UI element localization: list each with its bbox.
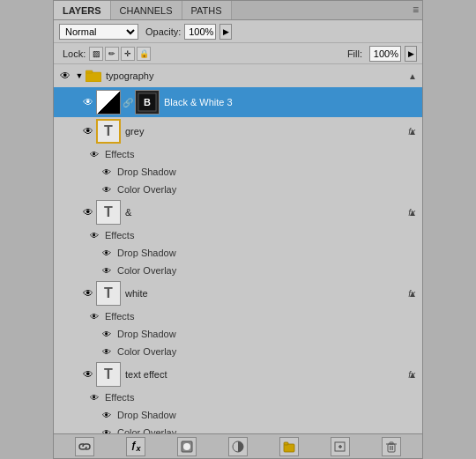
add-fx-button[interactable]: ƒx [126, 437, 145, 456]
svg-text:B: B [144, 97, 151, 107]
lock-all-btn[interactable]: 🔒 [137, 47, 151, 61]
group-layers-button[interactable] [279, 437, 299, 456]
delete-layer-button[interactable] [382, 437, 401, 456]
effect-eye-ds-amp[interactable]: 👁 [100, 246, 114, 260]
effect-coloroverlay-white[interactable]: 👁 Color Overlay [54, 343, 422, 360]
svg-rect-0 [86, 72, 101, 82]
mask-icon [181, 440, 193, 453]
effects-eye-white[interactable]: 👁 [87, 309, 101, 323]
eye-icon-texteffect[interactable]: 👁 [80, 366, 96, 382]
lock-icons-group: ▨ ✏ ✛ 🔒 [89, 47, 151, 61]
effects-header-amp: 👁 Effects [54, 226, 422, 244]
effect-eye-ds-texteffect[interactable]: 👁 [100, 408, 114, 422]
folder-icon-typography [86, 70, 101, 82]
effect-coloroverlay-amp[interactable]: 👁 Color Overlay [54, 262, 422, 279]
thumb-white: T [96, 281, 121, 306]
layer-name-typography: typography [106, 70, 419, 81]
effect-name-ds-white: Drop Shadow [117, 329, 176, 339]
effect-eye-co-amp[interactable]: 👁 [100, 263, 114, 278]
layer-name-grey: grey [125, 126, 408, 137]
scroll-indicator-amp: ▲ [408, 208, 417, 218]
layer-name-white: white [125, 288, 408, 299]
effect-name-co-grey: Color Overlay [117, 184, 176, 195]
effects-header-white: 👁 Effects [54, 307, 422, 325]
layer-row-amp[interactable]: 👁 T & fx ▲ [54, 198, 422, 226]
effects-eye-amp[interactable]: 👁 [87, 228, 101, 242]
fx-icon: ƒx [130, 440, 140, 453]
svg-rect-8 [284, 442, 288, 445]
blend-mode-toolbar: Normal Opacity: ▶ [54, 20, 422, 43]
effects-label-texteffect: Effects [105, 392, 134, 403]
bottom-toolbar: ƒx [54, 433, 422, 458]
effect-dropshadow-texteffect[interactable]: 👁 Drop Shadow [54, 406, 422, 424]
effects-label-grey: Effects [105, 149, 134, 159]
effect-dropshadow-amp[interactable]: 👁 Drop Shadow [54, 244, 422, 262]
eye-icon-grey[interactable]: 👁 [80, 123, 96, 139]
link-layers-button[interactable] [75, 437, 94, 456]
lock-toolbar: Lock: ▨ ✏ ✛ 🔒 Fill: ▶ [54, 43, 422, 64]
layer-thumbs-bw3: 🔗 B [96, 90, 160, 115]
tab-paths[interactable]: PATHS [182, 1, 232, 19]
effects-header-texteffect: 👁 Effects [54, 389, 422, 406]
thumb-texteffect: T [96, 362, 121, 387]
new-layer-button[interactable] [331, 437, 350, 456]
new-layer-icon [334, 440, 346, 453]
layer-row-white[interactable]: 👁 T white fx ▲ [54, 279, 422, 307]
layer-row-grey[interactable]: 👁 T grey fx ▲ [54, 117, 422, 145]
thumb-adj-bw3 [96, 90, 121, 115]
effects-label-white: Effects [105, 311, 134, 322]
fill-label: Fill: [347, 48, 362, 59]
add-mask-button[interactable] [177, 437, 197, 456]
effect-dropshadow-grey[interactable]: 👁 Drop Shadow [54, 163, 422, 181]
layer-row-bw3[interactable]: 👁 🔗 B Black & White 3 [54, 87, 422, 117]
opacity-label: Opacity: [145, 26, 181, 37]
lock-label: Lock: [63, 48, 86, 59]
svg-rect-14 [390, 442, 393, 444]
eye-icon-white[interactable]: 👁 [80, 285, 96, 301]
effect-eye-co-grey[interactable]: 👁 [100, 182, 114, 196]
add-adjustment-button[interactable] [228, 437, 248, 456]
effects-eye-texteffect[interactable]: 👁 [87, 390, 101, 404]
eye-icon-typography[interactable]: 👁 [57, 68, 73, 84]
expand-arrow-typography[interactable]: ▼ [73, 70, 86, 82]
lock-transparent-btn[interactable]: ▨ [89, 47, 103, 61]
effect-name-ds-amp: Drop Shadow [117, 248, 176, 258]
effects-eye-grey[interactable]: 👁 [87, 147, 101, 161]
effects-header-grey: 👁 Effects [54, 145, 422, 163]
layer-row-typography[interactable]: 👁 ▼ typography ▲ [54, 64, 422, 87]
fill-arrow-btn[interactable]: ▶ [405, 46, 417, 62]
scroll-indicator-typography: ▲ [408, 71, 417, 81]
opacity-arrow-btn[interactable]: ▶ [219, 24, 232, 40]
opacity-input[interactable] [184, 24, 216, 40]
effect-eye-co-white[interactable]: 👁 [100, 344, 114, 359]
effect-coloroverlay-grey[interactable]: 👁 Color Overlay [54, 181, 422, 198]
blend-mode-select[interactable]: Normal [59, 24, 138, 40]
effect-name-ds-texteffect: Drop Shadow [117, 410, 176, 420]
layers-panel: LAYERS CHANNELS PATHS ≡ Normal Opacity: … [53, 0, 423, 459]
effect-name-co-white: Color Overlay [117, 346, 176, 357]
effects-label-amp: Effects [105, 230, 134, 241]
eye-icon-bw3[interactable]: 👁 [80, 94, 96, 110]
scroll-indicator-texteffect: ▲ [408, 370, 417, 380]
effect-name-ds-grey: Drop Shadow [117, 167, 176, 177]
svg-rect-1 [86, 70, 93, 73]
layer-name-amp: & [125, 207, 408, 218]
eye-icon-amp[interactable]: 👁 [80, 204, 96, 220]
chain-icon-bw3: 🔗 [123, 90, 133, 115]
thumb-preview-bw3: B [135, 90, 160, 115]
layer-row-texteffect[interactable]: 👁 T text effect fx ▲ [54, 360, 422, 389]
tab-channels[interactable]: CHANNELS [111, 1, 182, 19]
adjustment-icon [232, 440, 244, 453]
lock-pixels-btn[interactable]: ✏ [105, 47, 119, 61]
fill-input[interactable] [369, 46, 401, 62]
layers-list: 👁 ▼ typography ▲ 👁 🔗 B [54, 64, 422, 435]
tab-bar: LAYERS CHANNELS PATHS ≡ [54, 1, 422, 20]
effect-eye-ds-grey[interactable]: 👁 [100, 165, 114, 179]
effect-dropshadow-white[interactable]: 👁 Drop Shadow [54, 325, 422, 343]
panel-menu-icon[interactable]: ≡ [413, 4, 419, 16]
lock-position-btn[interactable]: ✛ [121, 47, 135, 61]
tab-layers[interactable]: LAYERS [54, 1, 111, 19]
effect-name-co-amp: Color Overlay [117, 265, 176, 276]
effect-eye-ds-white[interactable]: 👁 [100, 327, 114, 341]
bw-icon: B [138, 93, 157, 112]
